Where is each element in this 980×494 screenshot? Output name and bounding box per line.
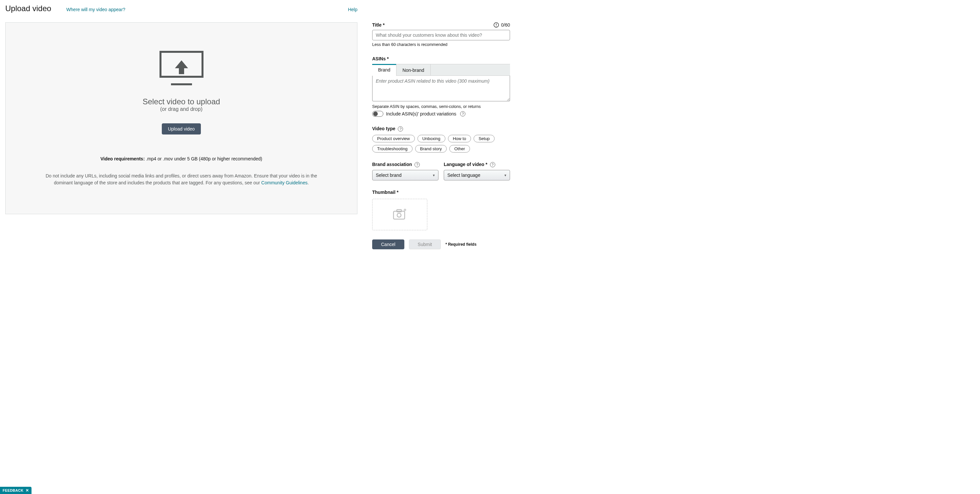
title-input[interactable] (372, 30, 510, 40)
chip-other[interactable]: Other (449, 145, 470, 152)
info-icon[interactable]: ? (398, 126, 403, 132)
chip-unboxing[interactable]: Unboxing (417, 135, 445, 142)
title-label: Title * (372, 22, 385, 27)
chevron-down-icon: ▾ (433, 173, 435, 178)
chip-how-to[interactable]: How to (448, 135, 471, 142)
asins-label: ASINs * (372, 56, 510, 61)
svg-marker-2 (175, 60, 188, 74)
language-block: Language of video * ? Select language ▾ (444, 162, 510, 180)
brand-association-block: Brand association ? Select brand ▾ (372, 162, 439, 180)
chip-troubleshooting[interactable]: Troubleshooting (372, 145, 412, 152)
chip-brand-story[interactable]: Brand story (415, 145, 447, 152)
upload-monitor-icon (159, 51, 204, 87)
title-helper: Less than 60 characters is recommended (372, 42, 510, 47)
clock-icon (493, 22, 499, 28)
svg-rect-6 (393, 211, 405, 219)
page-title: Upload video (5, 4, 51, 13)
upload-note-post: . (307, 180, 309, 185)
cancel-button[interactable]: Cancel (372, 240, 404, 249)
camera-plus-icon (393, 209, 407, 221)
video-dropzone[interactable]: Select video to upload (or drag and drop… (5, 22, 357, 214)
asin-tabs: Brand Non-brand (372, 64, 510, 76)
dropzone-subtext: (or drag and drop) (160, 106, 202, 112)
info-icon[interactable]: ? (460, 111, 465, 116)
chip-setup[interactable]: Setup (474, 135, 495, 142)
video-requirements-label: Video requirements: (100, 156, 145, 161)
video-requirements: Video requirements: .mp4 or .mov under 5… (100, 156, 262, 161)
tabs-fill (431, 64, 510, 76)
brand-label: Brand association (372, 162, 412, 167)
thumbnail-label: Thumbnail * (372, 190, 398, 195)
language-select-value: Select language (447, 173, 480, 178)
thumbnail-upload[interactable] (372, 199, 427, 230)
include-variations-label: Include ASIN(s)' product variations (386, 111, 456, 116)
video-type-label: Video type (372, 126, 396, 131)
asin-helper: Separate ASIN by spaces, commas, semi-co… (372, 104, 510, 109)
header-row: Upload video Where will my video appear?… (5, 4, 357, 13)
tab-non-brand[interactable]: Non-brand (396, 64, 430, 76)
community-guidelines-link[interactable]: Community Guidelines (261, 180, 307, 185)
upload-video-button[interactable]: Upload video (162, 123, 201, 135)
tab-brand[interactable]: Brand (372, 64, 396, 76)
language-label: Language of video * (444, 162, 487, 167)
video-type-block: Video type ? Product overview Unboxing H… (372, 126, 510, 152)
info-icon[interactable]: ? (490, 162, 495, 167)
svg-point-5 (496, 26, 496, 27)
thumbnail-block: Thumbnail * (372, 190, 510, 230)
video-type-chips: Product overview Unboxing How to Setup T… (372, 135, 510, 152)
dropzone-heading: Select video to upload (142, 97, 220, 106)
include-variations-toggle[interactable] (372, 111, 383, 117)
where-link[interactable]: Where will my video appear? (66, 7, 126, 12)
title-field-block: Title * 0/60 Less than 60 characters is … (372, 22, 510, 47)
submit-button[interactable]: Submit (409, 240, 441, 249)
asins-field-block: ASINs * Brand Non-brand Separate ASIN by… (372, 56, 510, 117)
asin-textarea[interactable] (372, 76, 510, 102)
brand-select[interactable]: Select brand ▾ (372, 170, 439, 180)
form-footer: Cancel Submit * Required fields (372, 240, 510, 249)
upload-note: Do not include any URLs, including socia… (45, 173, 318, 186)
chevron-down-icon: ▾ (504, 173, 506, 178)
svg-point-8 (397, 213, 401, 217)
brand-select-value: Select brand (376, 173, 402, 178)
svg-rect-1 (171, 83, 192, 85)
info-icon[interactable]: ? (415, 162, 420, 167)
svg-rect-7 (397, 210, 401, 212)
chip-product-overview[interactable]: Product overview (372, 135, 415, 142)
required-fields-note: * Required fields (445, 242, 477, 247)
help-link[interactable]: Help (348, 7, 357, 12)
title-counter: 0/60 (501, 22, 510, 27)
video-requirements-text: .mp4 or .mov under 5 GB (480p or higher … (145, 156, 262, 161)
language-select[interactable]: Select language ▾ (444, 170, 510, 180)
